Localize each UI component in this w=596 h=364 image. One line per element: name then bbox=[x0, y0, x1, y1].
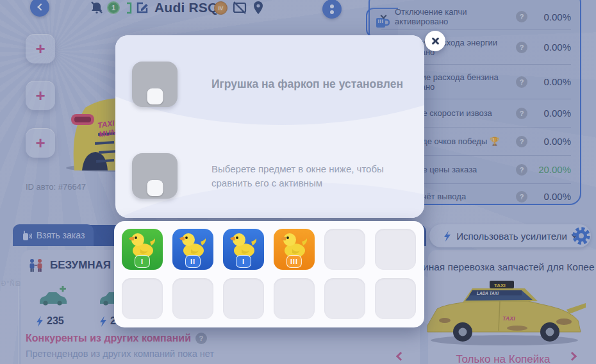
bonus-label: Отключение капчи активировано bbox=[395, 7, 511, 26]
energy-cost-1: 235 bbox=[36, 315, 64, 327]
empty-item-slot[interactable] bbox=[132, 62, 178, 107]
energy-value: 235 bbox=[47, 315, 64, 327]
dot-icon bbox=[330, 10, 334, 14]
item-level-badge: I bbox=[135, 255, 150, 268]
bell-slash-icon bbox=[90, 1, 104, 15]
competitors-empty-note: Претендендов из других компаний пока нет bbox=[26, 349, 214, 359]
item-level-badge: I bbox=[236, 255, 251, 268]
bracket-icon bbox=[124, 2, 133, 14]
hide-image-button[interactable] bbox=[232, 1, 247, 17]
help-icon[interactable]: ? bbox=[195, 333, 207, 344]
chevron-left-icon bbox=[37, 3, 44, 10]
help-icon[interactable]: ? bbox=[516, 76, 527, 88]
lightning-icon bbox=[36, 316, 44, 327]
bonus-value: 20.00% bbox=[533, 164, 571, 175]
bonus-value: 0.00% bbox=[533, 191, 571, 202]
bonus-value: 0.00% bbox=[533, 136, 571, 147]
plus-icon: + bbox=[35, 133, 45, 153]
no-image-icon bbox=[232, 1, 247, 15]
bonus-row-captcha[interactable]: Отключение капчи активировано ? 0.00% bbox=[381, 4, 571, 29]
compare-item-row: Выберете предмет в окне ниже, чтобы срав… bbox=[132, 153, 410, 199]
more-options-button[interactable] bbox=[322, 0, 342, 19]
inventory-item-duck[interactable]: I bbox=[223, 229, 264, 270]
left-edge-panel bbox=[0, 282, 19, 364]
mute-notifications-icon[interactable] bbox=[90, 1, 104, 17]
taxi-car-image: LADA TAXI TAXI TAXI bbox=[418, 274, 592, 350]
help-icon[interactable]: ? bbox=[516, 108, 527, 119]
mini-slot-icon bbox=[147, 180, 163, 196]
plus-icon: + bbox=[35, 39, 45, 59]
couple-icon bbox=[28, 258, 44, 272]
edit-car-name-button[interactable] bbox=[135, 1, 149, 17]
item-level-badge: III bbox=[286, 255, 302, 268]
inventory-slot-empty bbox=[324, 229, 365, 270]
competitors-title-text: Конкуренты из других компаний bbox=[26, 333, 191, 344]
back-button[interactable] bbox=[30, 0, 49, 17]
inventory-slot-empty bbox=[122, 278, 163, 319]
promo-footer-label: Только на Копейка bbox=[420, 353, 586, 364]
inventory-slot-empty bbox=[172, 278, 213, 319]
modal-title: Игрушка на фаркоп не установлен bbox=[211, 78, 403, 91]
bonus-value: 0.00% bbox=[533, 12, 571, 22]
add-slot-button-2[interactable]: + bbox=[26, 81, 55, 110]
chevron-down-icon bbox=[381, 13, 387, 19]
gear-icon bbox=[571, 226, 592, 246]
bonus-value: 0.00% bbox=[533, 42, 571, 53]
use-boosters-label: Использовать усилители bbox=[456, 231, 567, 242]
bonus-value: 0.00% bbox=[533, 108, 571, 119]
svg-text:LADA TAXI: LADA TAXI bbox=[477, 291, 499, 295]
car-plus-icon bbox=[37, 286, 67, 306]
mini-slot-icon bbox=[147, 88, 163, 104]
bonus-value: 0.00% bbox=[533, 76, 571, 87]
stats-icon[interactable] bbox=[124, 2, 133, 17]
item-compare-modal: Игрушка на фаркоп не установлен Выберете… bbox=[115, 35, 424, 218]
inventory-slot-empty bbox=[274, 278, 315, 319]
inventory-panel: I II I bbox=[114, 221, 424, 327]
help-icon[interactable]: ? bbox=[516, 164, 527, 176]
lightning-icon bbox=[443, 231, 451, 242]
modal-description: Выберете предмет в окне ниже, чтобы срав… bbox=[211, 162, 410, 190]
pin-icon bbox=[252, 0, 265, 15]
tab-take-order[interactable]: Взять заказ bbox=[13, 224, 94, 246]
notification-count-badge[interactable]: 1 bbox=[107, 1, 120, 14]
svg-text:TAXI: TAXI bbox=[494, 283, 506, 288]
promo-subtitle: иная перевозка запчастей для Копеек bbox=[423, 261, 595, 273]
tab-take-order-label: Взять заказ bbox=[37, 230, 85, 240]
active-item-row: Игрушка на фаркоп не установлен bbox=[132, 62, 403, 107]
close-modal-button[interactable] bbox=[425, 31, 445, 51]
empty-item-slot[interactable] bbox=[132, 153, 178, 199]
inventory-slot-empty bbox=[375, 229, 416, 270]
use-boosters-button[interactable]: Использовать усилители bbox=[429, 224, 591, 247]
svg-text:TAXI: TAXI bbox=[502, 315, 515, 322]
car-rank-badge[interactable]: IV bbox=[214, 1, 228, 15]
glitch-text: Đ°Ñ⊠ bbox=[1, 280, 21, 287]
help-icon[interactable]: ? bbox=[516, 11, 527, 22]
add-slot-button-3[interactable]: + bbox=[26, 128, 55, 158]
edit-icon bbox=[135, 1, 149, 15]
inventory-slot-empty bbox=[324, 278, 365, 319]
dot-icon bbox=[330, 4, 334, 8]
inventory-item-duck[interactable]: III bbox=[274, 229, 315, 270]
help-icon[interactable]: ? bbox=[516, 191, 527, 203]
lightning-icon bbox=[99, 316, 107, 327]
plus-icon: + bbox=[35, 86, 45, 106]
close-icon bbox=[431, 37, 440, 46]
competitors-title: Конкуренты из других компаний ? bbox=[26, 333, 207, 344]
location-button[interactable] bbox=[252, 0, 265, 18]
car-title: Audi RSQ bbox=[154, 0, 219, 15]
game-screen: 1 Audi RSQ IV + + + ID авто: #76647 bbox=[0, 0, 596, 364]
item-level-badge: II bbox=[185, 255, 201, 268]
radio-icon bbox=[22, 230, 32, 241]
help-icon[interactable]: ? bbox=[516, 42, 527, 53]
settings-button[interactable] bbox=[571, 226, 592, 249]
help-icon[interactable]: ? bbox=[516, 136, 527, 147]
add-slot-button-1[interactable]: + bbox=[26, 34, 55, 63]
inventory-item-duck[interactable]: I bbox=[122, 229, 163, 270]
inventory-item-duck[interactable]: II bbox=[172, 229, 213, 270]
inventory-slot-empty bbox=[375, 278, 416, 319]
car-id-label: ID авто: #76647 bbox=[26, 182, 86, 192]
inventory-slot-empty bbox=[223, 278, 264, 319]
